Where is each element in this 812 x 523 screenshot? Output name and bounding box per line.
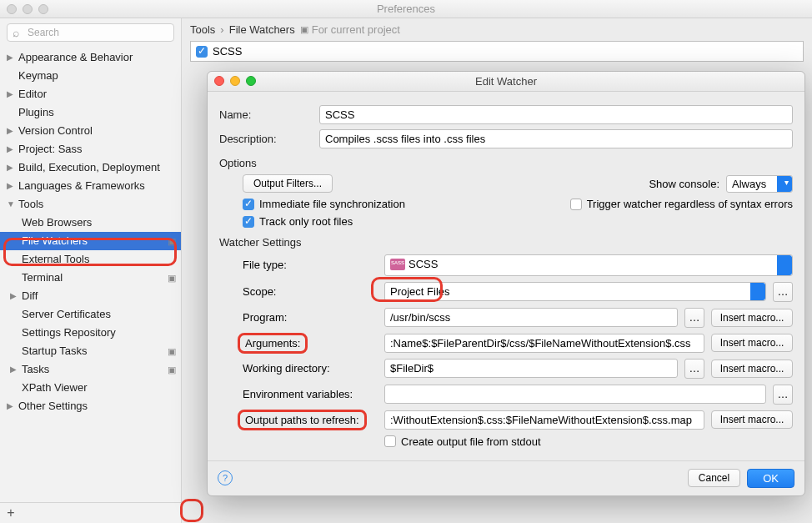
- immediate-sync-checkbox[interactable]: [243, 199, 254, 210]
- dialog-title: Edit Watcher: [475, 75, 537, 88]
- tree-build[interactable]: ▶Build, Execution, Deployment: [0, 158, 181, 177]
- tree-server-certs[interactable]: Server Certificates: [0, 305, 181, 324]
- tree-vcs[interactable]: ▶Version Control: [0, 122, 181, 140]
- tree-tasks[interactable]: ▶Tasks▣: [0, 360, 181, 379]
- tree-other[interactable]: ▶Other Settings: [0, 397, 181, 415]
- scope-label: Scope:: [243, 285, 378, 298]
- window-titlebar: Preferences: [0, 0, 812, 18]
- max-dot[interactable]: [38, 4, 48, 14]
- sass-icon: [390, 259, 405, 270]
- breadcrumb-tools[interactable]: Tools: [190, 23, 215, 36]
- window-traffic-lights: [7, 4, 48, 14]
- trigger-regardless-label: Trigger watcher regardless of syntax err…: [587, 198, 793, 210]
- tree-diff[interactable]: ▶Diff: [0, 287, 181, 305]
- arguments-field[interactable]: [384, 334, 704, 353]
- tree-tools[interactable]: ▼Tools: [0, 195, 181, 214]
- search-input[interactable]: Search: [7, 23, 174, 42]
- tree-settings-repo[interactable]: Settings Repository: [0, 324, 181, 342]
- breadcrumb: Tools › File Watchers ▣For current proje…: [182, 18, 812, 41]
- tree-terminal[interactable]: Terminal▣: [0, 269, 181, 287]
- name-field[interactable]: [319, 105, 793, 124]
- program-macro-button[interactable]: Insert macro...: [711, 309, 793, 327]
- workdir-field[interactable]: [384, 359, 678, 378]
- env-field[interactable]: [384, 385, 766, 404]
- workdir-browse-button[interactable]: …: [684, 359, 704, 379]
- create-output-label: Create output file from stdout: [401, 435, 541, 448]
- dialog-footer: ? Cancel OK: [208, 460, 804, 495]
- create-output-checkbox[interactable]: [384, 435, 396, 447]
- env-browse-button[interactable]: …: [773, 385, 793, 405]
- output-paths-label: Output paths to refresh:: [243, 414, 378, 426]
- watcher-list[interactable]: SCSS: [190, 41, 804, 62]
- output-filters-button[interactable]: Output Filters...: [243, 174, 333, 193]
- show-console-select[interactable]: Always: [726, 175, 793, 193]
- show-console-label: Show console:: [649, 178, 719, 190]
- settings-tree: ▶Appearance & Behavior Keymap ▶Editor Pl…: [0, 47, 181, 502]
- dialog-min-icon[interactable]: [230, 76, 240, 86]
- edit-watcher-dialog: Edit Watcher Name: Description: Options …: [207, 71, 805, 496]
- project-flag-icon: ▣: [300, 24, 308, 35]
- scope-select[interactable]: Project Files: [384, 282, 766, 301]
- tree-xpath[interactable]: XPath Viewer: [0, 379, 181, 397]
- tree-plugins[interactable]: Plugins: [0, 103, 181, 122]
- file-type-label: File type:: [243, 259, 378, 271]
- tree-project[interactable]: ▶Project: Sass: [0, 140, 181, 158]
- scope-browse-button[interactable]: …: [773, 282, 793, 302]
- program-browse-button[interactable]: …: [684, 308, 704, 328]
- breadcrumb-sep: ›: [220, 23, 223, 36]
- project-flag-icon: ▣: [168, 234, 176, 249]
- dialog-close-icon[interactable]: [214, 76, 224, 86]
- trigger-regardless-checkbox[interactable]: [570, 199, 582, 210]
- tree-lang[interactable]: ▶Languages & Frameworks: [0, 177, 181, 195]
- file-type-select[interactable]: SCSS: [384, 254, 793, 276]
- preferences-sidebar: Search ▶Appearance & Behavior Keymap ▶Ed…: [0, 18, 182, 523]
- output-paths-macro-button[interactable]: Insert macro...: [711, 410, 793, 429]
- help-icon[interactable]: ?: [218, 470, 233, 485]
- tree-appearance[interactable]: ▶Appearance & Behavior: [0, 48, 181, 67]
- arguments-macro-button[interactable]: Insert macro...: [711, 334, 793, 352]
- arguments-label: Arguments:: [243, 337, 378, 350]
- desc-label: Description:: [219, 133, 311, 145]
- breadcrumb-note: ▣For current project: [300, 23, 400, 36]
- ok-button[interactable]: OK: [747, 469, 794, 488]
- cancel-button[interactable]: Cancel: [688, 469, 740, 487]
- min-dot[interactable]: [23, 4, 33, 14]
- program-field[interactable]: [384, 308, 678, 327]
- tree-web-browsers[interactable]: Web Browsers: [0, 214, 181, 232]
- watcher-list-item[interactable]: SCSS: [213, 45, 242, 58]
- immediate-sync-label: Immediate file synchronization: [259, 198, 405, 210]
- tree-editor[interactable]: ▶Editor: [0, 85, 181, 103]
- project-flag-icon: ▣: [168, 362, 176, 377]
- track-root-checkbox[interactable]: [243, 216, 254, 228]
- add-button[interactable]: +: [0, 503, 22, 523]
- watermark: http://blog.csdn: [666, 500, 779, 513]
- tree-startup-tasks[interactable]: Startup Tasks▣: [0, 342, 181, 360]
- watcher-enabled-checkbox[interactable]: [196, 46, 208, 58]
- program-label: Program:: [243, 311, 378, 324]
- tree-external-tools[interactable]: External Tools: [0, 250, 181, 269]
- tree-file-watchers[interactable]: File Watchers▣: [0, 232, 181, 250]
- track-root-label: Track only root files: [259, 215, 353, 228]
- dialog-titlebar: Edit Watcher: [208, 72, 804, 92]
- workdir-macro-button[interactable]: Insert macro...: [711, 360, 793, 378]
- env-label: Environment variables:: [243, 388, 378, 400]
- tree-keymap[interactable]: Keymap: [0, 67, 181, 85]
- project-flag-icon: ▣: [168, 270, 176, 285]
- close-dot[interactable]: [7, 4, 17, 14]
- breadcrumb-fw[interactable]: File Watchers: [229, 23, 295, 36]
- window-title: Preferences: [377, 3, 435, 15]
- dialog-max-icon[interactable]: [246, 76, 256, 86]
- output-paths-field[interactable]: [384, 410, 704, 430]
- name-label: Name:: [219, 108, 311, 121]
- watcher-settings-section: Watcher Settings: [219, 236, 793, 249]
- project-flag-icon: ▣: [168, 344, 176, 359]
- workdir-label: Working directory:: [243, 362, 378, 375]
- options-section: Options: [219, 157, 793, 169]
- desc-field[interactable]: [319, 129, 793, 148]
